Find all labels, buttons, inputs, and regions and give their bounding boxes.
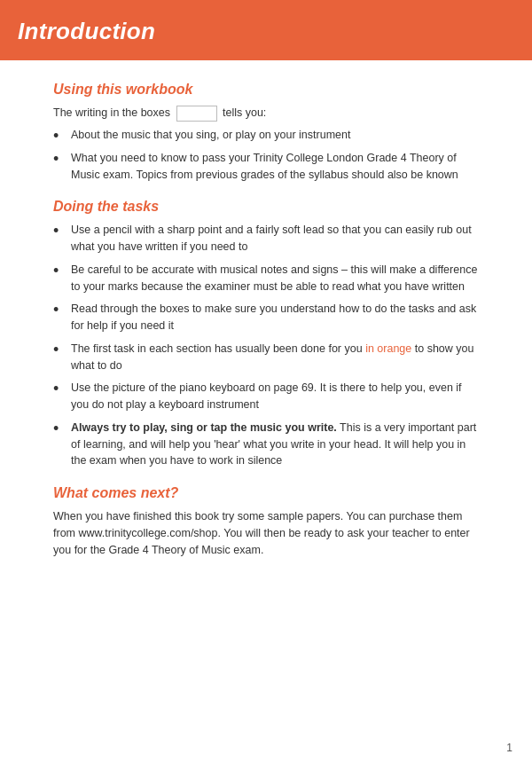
text-prefix: The first task in each section has usual…: [71, 342, 365, 355]
section-what-comes-next: What comes next? When you have finished …: [53, 485, 479, 558]
page-number: 1: [506, 742, 512, 754]
bullet-text: About the music that you sing, or play o…: [71, 127, 479, 144]
header-banner: Introduction: [0, 0, 532, 60]
section-using-workbook: Using this workbook The writing in the b…: [53, 82, 479, 183]
list-item: • About the music that you sing, or play…: [53, 127, 479, 144]
bullet-icon: •: [53, 263, 67, 279]
list-item: • What you need to know to pass your Tri…: [53, 150, 479, 184]
writing-box: [176, 106, 217, 122]
bullet-icon: •: [53, 128, 67, 144]
bullet-text: What you need to know to pass your Trini…: [71, 150, 479, 184]
bullet-text: Use a pencil with a sharp point and a fa…: [71, 222, 479, 255]
bullet-text: Use the picture of the piano keyboard on…: [71, 380, 479, 413]
intro-text-after: tells you:: [223, 106, 266, 119]
bullet-text-orange: The first task in each section has usual…: [71, 341, 479, 374]
section-heading-using-workbook: Using this workbook: [53, 82, 479, 98]
bullet-text-bold: Always try to play, sing or tap the musi…: [71, 420, 479, 469]
main-content: Using this workbook The writing in the b…: [0, 60, 532, 601]
section-doing-tasks: Doing the tasks • Use a pencil with a sh…: [53, 199, 479, 469]
bullet-icon: •: [53, 420, 67, 436]
list-item: • The first task in each section has usu…: [53, 341, 479, 374]
bullet-icon: •: [53, 151, 67, 167]
section-heading-what-comes-next: What comes next?: [53, 485, 479, 501]
orange-text: in orange: [365, 342, 411, 355]
page-title: Introduction: [18, 18, 155, 45]
section-heading-doing-tasks: Doing the tasks: [53, 199, 479, 215]
bullet-icon: •: [53, 342, 67, 358]
what-comes-next-text: When you have finished this book try som…: [53, 508, 479, 558]
bullet-text: Be careful to be accurate with musical n…: [71, 262, 479, 295]
intro-text-before: The writing in the boxes: [53, 106, 170, 119]
bullet-icon: •: [53, 223, 67, 239]
list-item: • Always try to play, sing or tap the mu…: [53, 420, 479, 469]
list-item: • Read through the boxes to make sure yo…: [53, 301, 479, 334]
bullet-icon: •: [53, 302, 67, 318]
list-item: • Use a pencil with a sharp point and a …: [53, 222, 479, 255]
doing-tasks-list: • Use a pencil with a sharp point and a …: [53, 222, 479, 469]
list-item: • Use the picture of the piano keyboard …: [53, 380, 479, 413]
list-item: • Be careful to be accurate with musical…: [53, 262, 479, 295]
bullet-icon: •: [53, 381, 67, 397]
bullet-text: Read through the boxes to make sure you …: [71, 301, 479, 334]
bold-text: Always try to play, sing or tap the musi…: [71, 421, 337, 434]
using-workbook-list: • About the music that you sing, or play…: [53, 127, 479, 184]
intro-paragraph: The writing in the boxes tells you:: [53, 105, 479, 122]
